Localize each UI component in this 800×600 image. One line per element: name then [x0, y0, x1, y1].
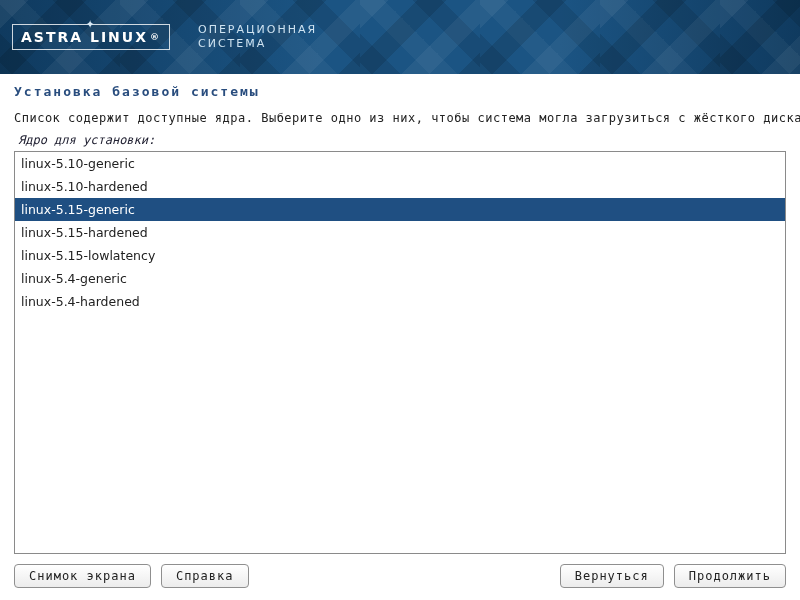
- header-banner: ✦ ASTRA LINUX® ОПЕРАЦИОННАЯ СИСТЕМА: [0, 0, 800, 74]
- astra-linux-logo: ✦ ASTRA LINUX®: [12, 24, 170, 50]
- registered-icon: ®: [150, 32, 161, 42]
- back-button[interactable]: Вернуться: [560, 564, 664, 588]
- continue-button[interactable]: Продолжить: [674, 564, 786, 588]
- footer-bar: Снимок экрана Справка Вернуться Продолжи…: [0, 554, 800, 600]
- page-title: Установка базовой системы: [14, 84, 786, 99]
- kernel-option[interactable]: linux-5.15-generic: [15, 198, 785, 221]
- main-content: Установка базовой системы Список содержи…: [0, 74, 800, 554]
- kernel-option[interactable]: linux-5.15-lowlatency: [15, 244, 785, 267]
- help-button[interactable]: Справка: [161, 564, 249, 588]
- star-icon: ✦: [85, 18, 96, 31]
- kernel-option[interactable]: linux-5.10-hardened: [15, 175, 785, 198]
- screenshot-button[interactable]: Снимок экрана: [14, 564, 151, 588]
- footer-spacer: [259, 564, 550, 588]
- page-description: Список содержит доступные ядра. Выберите…: [14, 111, 786, 125]
- subtitle-line2: СИСТЕМА: [198, 37, 317, 51]
- kernel-listbox[interactable]: linux-5.10-genericlinux-5.10-hardenedlin…: [14, 151, 786, 554]
- kernel-option[interactable]: linux-5.4-generic: [15, 267, 785, 290]
- kernel-option[interactable]: linux-5.4-hardened: [15, 290, 785, 313]
- kernel-option[interactable]: linux-5.15-hardened: [15, 221, 785, 244]
- banner-subtitle: ОПЕРАЦИОННАЯ СИСТЕМА: [198, 23, 317, 51]
- kernel-option[interactable]: linux-5.10-generic: [15, 152, 785, 175]
- kernel-list-label: Ядро для установки:: [18, 133, 786, 147]
- logo-text: ASTRA LINUX: [21, 29, 148, 45]
- subtitle-line1: ОПЕРАЦИОННАЯ: [198, 23, 317, 37]
